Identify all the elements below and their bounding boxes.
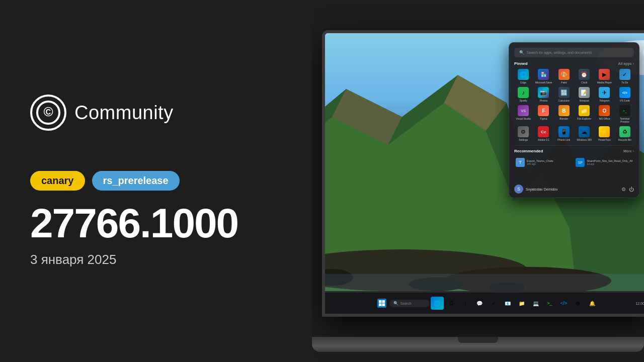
app-telegram[interactable]: ✈ Telegram	[595, 87, 613, 102]
all-apps-label[interactable]: All apps ›	[618, 62, 634, 65]
app-explorer[interactable]: 📁 File Explorer	[575, 105, 593, 123]
app-vs[interactable]: VS Visual Studio	[514, 105, 532, 123]
power-action-icon[interactable]: ⏻	[629, 187, 634, 192]
svg-rect-24	[379, 304, 382, 307]
app-spotify-label: Spotify	[520, 99, 527, 102]
pinned-label: Pinned	[514, 61, 528, 66]
app-grid-row3: VS Visual Studio F Figma B Blender	[514, 105, 634, 123]
app-phone[interactable]: 📱 Phone Link	[555, 126, 573, 141]
rec-name-1: SharePoint_Site_Set_Read_Only_All	[587, 159, 632, 163]
start-menu[interactable]: 🔍 Search for apps, settings, and documen…	[509, 42, 639, 198]
svg-rect-22	[379, 300, 382, 303]
app-vscode[interactable]: </> VS Code	[616, 87, 634, 102]
windows-icon-svg	[379, 300, 385, 306]
taskbar-icon-12[interactable]: 🔔	[586, 297, 599, 310]
app-mso-icon: O	[599, 105, 610, 116]
app-powertoys[interactable]: ⚡ PowerToys	[595, 126, 613, 141]
app-notepad[interactable]: 📝 Notepad	[575, 87, 593, 102]
app-mso[interactable]: O MS Office	[595, 105, 613, 123]
rec-item-1[interactable]: SP SharePoint_Site_Set_Read_Only_All 1d …	[574, 156, 634, 168]
app-store[interactable]: 🏪 Microsoft Store	[534, 69, 552, 84]
taskbar[interactable]: 🔍 Search 🌐 🗒 ♪ 💬	[325, 293, 644, 314]
app-store-label: Microsoft Store	[535, 81, 552, 84]
app-edge-icon: 🌐	[518, 69, 529, 80]
app-adobe[interactable]: Cc Adobe CC	[534, 126, 552, 141]
app-paint[interactable]: 🎨 Paint	[555, 69, 573, 84]
app-recycle-icon: ♻	[619, 126, 630, 137]
brand-name: Community	[74, 102, 174, 124]
badges-container: canary rs_prerelease	[30, 171, 282, 191]
app-calc[interactable]: 🔢 Calculator	[555, 87, 573, 102]
app-vscode-label: VS Code	[620, 99, 630, 102]
app-calc-label: Calculator	[558, 99, 570, 102]
taskbar-icon-7[interactable]: 📁	[515, 297, 528, 310]
app-clock[interactable]: ⏰ Clock	[575, 69, 593, 84]
app-edge-label: Edge	[520, 81, 526, 84]
taskbar-spotify[interactable]: ♪	[459, 297, 472, 310]
app-spotify[interactable]: ♪ Spotify	[514, 87, 532, 102]
app-telegram-label: Telegram	[599, 99, 610, 102]
start-search-bar[interactable]: 🔍 Search for apps, settings, and documen…	[514, 48, 634, 57]
app-terminal[interactable]: >_ Terminal Preview	[616, 105, 634, 123]
search-icon: 🔍	[519, 50, 524, 55]
app-paint-icon: 🎨	[558, 69, 570, 80]
taskbar-start-button[interactable]	[375, 297, 388, 310]
user-info: S Svyatoslav Demidov	[514, 185, 557, 194]
app-todo[interactable]: ✓ To Do	[616, 69, 634, 84]
rec-icon-0: T	[516, 158, 525, 167]
taskbar-icon-4[interactable]: 💬	[473, 297, 486, 310]
avatar-initial: S	[517, 187, 520, 192]
app-settings[interactable]: ⚙ Settings	[514, 126, 532, 141]
app-figma[interactable]: F Figma	[534, 105, 552, 123]
app-powertoys-label: PowerToys	[598, 138, 610, 141]
app-blender[interactable]: B Blender	[555, 105, 573, 123]
rec-item-0[interactable]: T Export_Teams_Chats 14h ago	[514, 156, 572, 168]
taskbar-search[interactable]: 🔍 Search	[389, 300, 430, 307]
logo-area: © Community	[30, 95, 282, 131]
app-grid-row4: ⚙ Settings Cc Adobe CC 📱 Phone Link	[514, 126, 634, 141]
taskbar-icon-2[interactable]: 🗒	[445, 297, 458, 310]
taskbar-right: 12:00	[635, 302, 644, 305]
app-explorer-icon: 📁	[579, 105, 590, 116]
app-terminal-label: Terminal Preview	[616, 117, 634, 123]
left-panel: © Community canary rs_prerelease 27766.1…	[0, 0, 312, 362]
taskbar-time: 12:00	[635, 302, 644, 305]
app-w365-label: Windows 365	[577, 138, 592, 141]
app-vs-icon: VS	[518, 105, 529, 116]
app-settings-label: Settings	[519, 138, 528, 141]
user-avatar: S	[514, 185, 523, 194]
taskbar-edge[interactable]: 🌐	[431, 297, 444, 310]
app-notepad-icon: 📝	[579, 87, 590, 98]
more-label[interactable]: More ›	[623, 149, 634, 153]
svg-text:©: ©	[43, 104, 53, 119]
app-blender-label: Blender	[559, 117, 568, 120]
taskbar-icon-9[interactable]: >_	[543, 297, 556, 310]
app-settings-icon: ⚙	[518, 126, 529, 137]
user-bar[interactable]: S Svyatoslav Demidov ⚙ ⏻	[514, 185, 634, 194]
recommended-label: Recommended	[514, 149, 543, 153]
app-clock-icon: ⏰	[579, 69, 590, 80]
search-placeholder-text: Search for apps, settings, and documents	[527, 51, 592, 54]
taskbar-icon-6[interactable]: 📧	[501, 297, 514, 310]
app-calc-icon: 🔢	[558, 87, 570, 98]
settings-action-icon[interactable]: ⚙	[621, 187, 626, 192]
app-telegram-icon: ✈	[599, 87, 610, 98]
svg-rect-23	[382, 300, 385, 303]
laptop-screen: 🔍 Search for apps, settings, and documen…	[322, 30, 644, 317]
app-todo-icon: ✓	[619, 69, 630, 80]
app-figma-icon: F	[538, 105, 549, 116]
taskbar-todo[interactable]: ✓	[487, 297, 500, 310]
taskbar-search-placeholder: Search	[400, 302, 412, 305]
taskbar-icon-10[interactable]: </>	[557, 297, 571, 310]
app-mso-label: MS Office	[599, 117, 610, 120]
app-media[interactable]: ▶ Media Player	[595, 69, 613, 84]
rec-icon-1: SP	[576, 158, 585, 167]
app-w365[interactable]: ☁ Windows 365	[575, 126, 593, 141]
app-photos[interactable]: 📷 Photos	[534, 87, 552, 102]
taskbar-center: 🔍 Search 🌐 🗒 ♪ 💬	[375, 297, 599, 310]
app-edge[interactable]: 🌐 Edge	[514, 69, 532, 84]
app-recycle-label: Recycle Bin	[618, 138, 631, 141]
taskbar-icon-8[interactable]: 💻	[529, 297, 542, 310]
app-recycle[interactable]: ♻ Recycle Bin	[616, 126, 634, 141]
taskbar-icon-11[interactable]: ⚙	[572, 297, 585, 310]
